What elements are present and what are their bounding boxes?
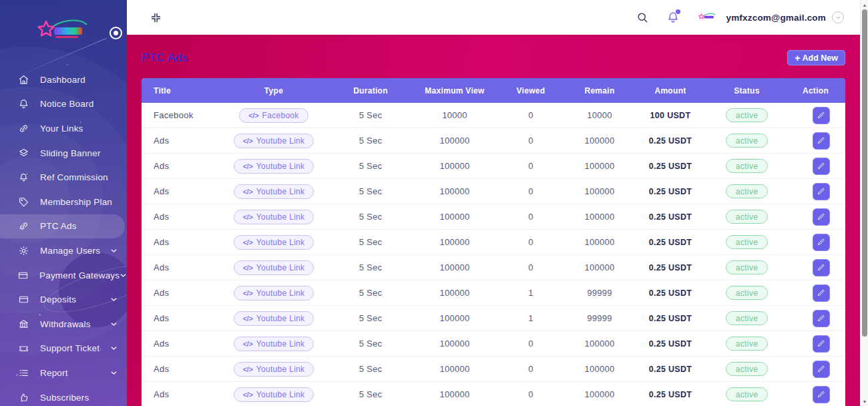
cell-amount: 0.25 USDT xyxy=(633,162,708,171)
column-header-remain: Remain xyxy=(566,86,633,95)
cell-status: active xyxy=(708,184,786,198)
table-row: Ads </> Youtube Link 5 Sec 100000 0 1000… xyxy=(142,204,845,230)
cell-title: Ads xyxy=(142,161,220,171)
bell-icon[interactable] xyxy=(666,11,680,24)
cell-viewed: 0 xyxy=(495,364,566,374)
sidebar-item-payment-gateways[interactable]: Payment Gateways xyxy=(0,263,127,288)
sidebar-item-dashboard[interactable]: Dashboard xyxy=(0,67,127,92)
add-new-button[interactable]: + Add New xyxy=(787,50,845,65)
cell-action xyxy=(786,208,845,226)
cell-amount: 0.25 USDT xyxy=(633,238,708,247)
table-body: Facebook </> Facebook 5 Sec 10000 0 1000… xyxy=(142,103,845,406)
type-badge: </> Youtube Link xyxy=(234,235,314,250)
code-icon: </> xyxy=(243,137,253,145)
sidebar-toggle-button[interactable] xyxy=(110,27,122,39)
edit-button[interactable] xyxy=(813,208,830,226)
cell-duration: 5 Sec xyxy=(327,288,414,298)
status-badge: active xyxy=(726,337,769,351)
cell-duration: 5 Sec xyxy=(327,212,414,222)
edit-button[interactable] xyxy=(813,107,830,124)
cell-type: </> Youtube Link xyxy=(220,286,327,300)
type-badge: </> Youtube Link xyxy=(234,134,314,148)
cell-title: Ads xyxy=(142,288,220,298)
sidebar-item-support-ticket[interactable]: Support Ticket xyxy=(0,337,127,361)
cell-viewed: 0 xyxy=(495,161,566,171)
sidebar-item-withdrawals[interactable]: Withdrawals xyxy=(0,312,127,337)
cell-action xyxy=(786,132,845,150)
edit-button[interactable] xyxy=(813,386,830,403)
code-icon: </> xyxy=(243,238,253,246)
table-row: Ads </> Youtube Link 5 Sec 100000 0 1000… xyxy=(142,255,845,280)
cell-duration: 5 Sec xyxy=(327,313,414,323)
cell-viewed: 0 xyxy=(495,389,566,399)
table-row: Ads </> Youtube Link 5 Sec 100000 0 1000… xyxy=(142,331,845,357)
edit-button[interactable] xyxy=(813,259,830,276)
sidebar-item-sliding-banner[interactable]: Sliding Banner xyxy=(0,141,127,166)
cell-type: </> Youtube Link xyxy=(220,311,327,326)
cell-type: </> Youtube Link xyxy=(220,337,327,351)
cell-title: Ads xyxy=(142,339,220,349)
sidebar-item-manage-users[interactable]: Manage Users xyxy=(0,238,127,263)
content-header: PTC Ads + Add New xyxy=(142,35,845,78)
list-icon xyxy=(17,367,29,379)
status-badge: active xyxy=(726,184,769,198)
cell-amount: 100 USDT xyxy=(633,111,708,120)
code-icon: </> xyxy=(243,213,253,221)
compress-icon[interactable] xyxy=(150,11,162,24)
sidebar-item-ref-commission[interactable]: Ref Commission xyxy=(0,165,127,190)
cell-title: Ads xyxy=(142,364,220,374)
cell-amount: 0.25 USDT xyxy=(633,390,708,399)
sidebar-item-deposits[interactable]: Deposits xyxy=(0,287,127,312)
content-area: PTC Ads + Add New TitleTypeDurationMaxim… xyxy=(127,35,860,406)
table-header: TitleTypeDurationMaximum ViewViewedRemai… xyxy=(142,78,845,103)
code-icon: </> xyxy=(243,188,253,196)
sidebar-item-ptc-ads[interactable]: PTC Ads xyxy=(0,214,125,239)
status-badge: active xyxy=(726,134,769,148)
cell-remain: 99999 xyxy=(566,313,633,323)
sidebar-item-your-links[interactable]: Your Links xyxy=(0,116,127,141)
scrollbar-thumb[interactable] xyxy=(862,9,867,337)
edit-button[interactable] xyxy=(813,361,830,378)
code-icon: </> xyxy=(243,315,253,323)
credit-card-icon xyxy=(17,294,29,306)
edit-button[interactable] xyxy=(813,183,830,200)
search-icon[interactable] xyxy=(636,11,649,24)
cell-maximum-view: 100000 xyxy=(414,237,495,247)
cell-amount: 0.25 USDT xyxy=(633,339,708,349)
user-menu[interactable]: ymfxzcom@gmail.com xyxy=(697,10,844,25)
brand-logo[interactable] xyxy=(33,16,100,49)
code-icon: </> xyxy=(248,112,258,120)
column-header-type: Type xyxy=(220,86,327,95)
edit-button[interactable] xyxy=(813,310,830,327)
table-row: Ads </> Youtube Link 5 Sec 100000 0 1000… xyxy=(142,154,845,179)
type-badge: </> Youtube Link xyxy=(234,260,314,275)
sidebar-item-membership-plan[interactable]: Membership Plan xyxy=(0,190,127,214)
sidebar-item-subscribers[interactable]: Subscribers xyxy=(0,385,127,406)
cell-viewed: 0 xyxy=(495,110,566,120)
scrollbar-down-arrow[interactable]: ▼ xyxy=(861,397,868,406)
scrollbar-up-arrow[interactable]: ▲ xyxy=(861,0,868,9)
credit-card-icon xyxy=(17,269,29,281)
table-row: Ads </> Youtube Link 5 Sec 100000 0 1000… xyxy=(142,382,845,406)
cell-duration: 5 Sec xyxy=(327,262,414,272)
edit-button[interactable] xyxy=(813,158,830,175)
cell-action xyxy=(786,234,845,251)
type-badge: </> Facebook xyxy=(239,108,308,123)
edit-button[interactable] xyxy=(813,335,830,353)
type-badge: </> Youtube Link xyxy=(234,159,314,174)
cell-maximum-view: 100000 xyxy=(414,262,495,272)
link-icon xyxy=(17,220,29,232)
cell-maximum-view: 100000 xyxy=(414,212,495,222)
edit-button[interactable] xyxy=(813,132,830,150)
cell-duration: 5 Sec xyxy=(327,110,414,120)
sidebar-item-notice-board[interactable]: Notice Board xyxy=(0,92,127,117)
cell-action xyxy=(786,310,845,327)
edit-button[interactable] xyxy=(813,284,830,302)
cell-maximum-view: 100000 xyxy=(414,186,495,196)
cell-status: active xyxy=(708,235,786,249)
edit-button[interactable] xyxy=(813,234,830,251)
chevron-down-icon xyxy=(120,272,127,279)
sidebar-item-report[interactable]: Report xyxy=(0,361,127,385)
cell-viewed: 1 xyxy=(495,288,566,298)
cell-type: </> Youtube Link xyxy=(220,134,327,148)
